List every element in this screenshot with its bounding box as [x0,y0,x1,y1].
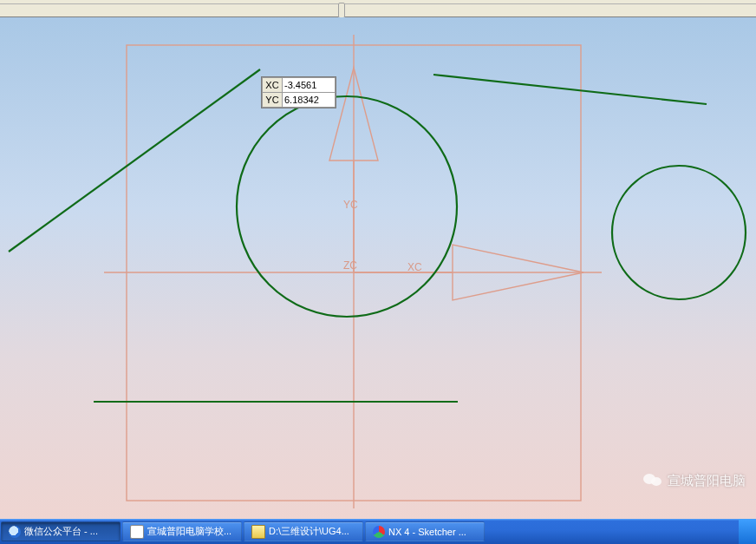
wechat-icon [643,472,662,489]
folder-icon [251,525,265,539]
taskbar-item-1[interactable]: 宣城普阳电脑学校... [122,521,242,541]
svg-point-10 [612,166,746,299]
ie-icon [9,526,21,538]
coord-input-box[interactable]: XC -3.4561 YC 6.18342 [261,76,336,108]
taskbar-item-2[interactable]: D:\三维设计\UG4... [244,521,363,541]
nx-icon [373,526,385,538]
taskbar-item-0[interactable]: 微信公众平台 - ... [1,521,121,541]
axis-label-zc: ZC [343,259,357,272]
taskbar-item-label: NX 4 - Sketcher ... [388,527,466,537]
taskbar-item-label: 微信公众平台 - ... [24,525,98,538]
yc-label: YC [263,93,283,108]
cad-viewport[interactable]: YC ZC XC XC -3.4561 YC 6.18342 宣城普阳电脑 [0,17,756,521]
toolbar-stub [0,4,756,17]
taskbar-item-label: D:\三维设计\UG4... [269,525,349,538]
sketch-curves[interactable] [9,69,746,402]
yc-input[interactable]: 6.18342 [283,93,336,108]
system-tray[interactable] [739,519,756,544]
taskbar-item-3[interactable]: NX 4 - Sketcher ... [365,521,485,541]
app-icon [130,525,144,539]
xc-label: XC [263,78,283,93]
axis-label-xc: XC [407,261,422,273]
xc-input[interactable]: -3.4561 [283,78,336,93]
taskbar[interactable]: 微信公众平台 - ... 宣城普阳电脑学校... D:\三维设计\UG4... … [0,519,756,544]
watermark-text: 宣城普阳电脑 [668,473,746,489]
svg-line-8 [433,75,707,104]
sketch-canvas[interactable]: YC ZC XC [0,17,756,521]
svg-line-7 [9,69,260,252]
toolbar-grip[interactable] [338,3,345,18]
axis-label-yc: YC [343,199,358,211]
datum-geometry [104,35,602,508]
watermark: 宣城普阳电脑 [643,472,746,489]
taskbar-item-label: 宣城普阳电脑学校... [147,525,231,538]
